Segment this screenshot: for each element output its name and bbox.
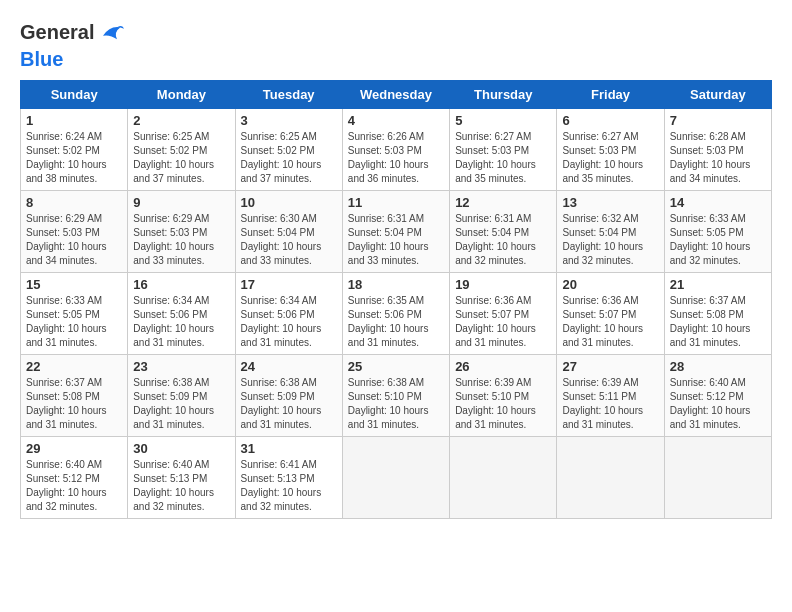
day-header-tuesday: Tuesday bbox=[235, 81, 342, 109]
day-number: 29 bbox=[26, 441, 122, 456]
calendar-cell: 28 Sunrise: 6:40 AM Sunset: 5:12 PM Dayl… bbox=[664, 355, 771, 437]
day-info: Sunrise: 6:38 AM Sunset: 5:10 PM Dayligh… bbox=[348, 376, 444, 432]
calendar-cell: 10 Sunrise: 6:30 AM Sunset: 5:04 PM Dayl… bbox=[235, 191, 342, 273]
day-number: 10 bbox=[241, 195, 337, 210]
day-header-saturday: Saturday bbox=[664, 81, 771, 109]
calendar-cell bbox=[450, 437, 557, 519]
day-number: 5 bbox=[455, 113, 551, 128]
calendar-week-row: 22 Sunrise: 6:37 AM Sunset: 5:08 PM Dayl… bbox=[21, 355, 772, 437]
day-info: Sunrise: 6:31 AM Sunset: 5:04 PM Dayligh… bbox=[455, 212, 551, 268]
day-number: 17 bbox=[241, 277, 337, 292]
day-number: 21 bbox=[670, 277, 766, 292]
day-info: Sunrise: 6:40 AM Sunset: 5:13 PM Dayligh… bbox=[133, 458, 229, 514]
day-number: 12 bbox=[455, 195, 551, 210]
logo: General Blue bbox=[20, 20, 124, 70]
calendar-cell: 31 Sunrise: 6:41 AM Sunset: 5:13 PM Dayl… bbox=[235, 437, 342, 519]
day-number: 20 bbox=[562, 277, 658, 292]
day-number: 13 bbox=[562, 195, 658, 210]
day-number: 27 bbox=[562, 359, 658, 374]
day-header-friday: Friday bbox=[557, 81, 664, 109]
day-number: 16 bbox=[133, 277, 229, 292]
day-number: 25 bbox=[348, 359, 444, 374]
day-number: 22 bbox=[26, 359, 122, 374]
calendar-cell: 11 Sunrise: 6:31 AM Sunset: 5:04 PM Dayl… bbox=[342, 191, 449, 273]
day-number: 1 bbox=[26, 113, 122, 128]
day-info: Sunrise: 6:38 AM Sunset: 5:09 PM Dayligh… bbox=[133, 376, 229, 432]
calendar-cell: 24 Sunrise: 6:38 AM Sunset: 5:09 PM Dayl… bbox=[235, 355, 342, 437]
day-info: Sunrise: 6:36 AM Sunset: 5:07 PM Dayligh… bbox=[455, 294, 551, 350]
day-header-sunday: Sunday bbox=[21, 81, 128, 109]
calendar-cell: 3 Sunrise: 6:25 AM Sunset: 5:02 PM Dayli… bbox=[235, 109, 342, 191]
logo-blue: Blue bbox=[20, 48, 124, 70]
calendar-cell: 15 Sunrise: 6:33 AM Sunset: 5:05 PM Dayl… bbox=[21, 273, 128, 355]
day-number: 8 bbox=[26, 195, 122, 210]
calendar-cell: 7 Sunrise: 6:28 AM Sunset: 5:03 PM Dayli… bbox=[664, 109, 771, 191]
calendar-cell: 29 Sunrise: 6:40 AM Sunset: 5:12 PM Dayl… bbox=[21, 437, 128, 519]
calendar-cell: 19 Sunrise: 6:36 AM Sunset: 5:07 PM Dayl… bbox=[450, 273, 557, 355]
day-number: 28 bbox=[670, 359, 766, 374]
calendar-cell: 14 Sunrise: 6:33 AM Sunset: 5:05 PM Dayl… bbox=[664, 191, 771, 273]
calendar-cell: 9 Sunrise: 6:29 AM Sunset: 5:03 PM Dayli… bbox=[128, 191, 235, 273]
calendar-cell: 1 Sunrise: 6:24 AM Sunset: 5:02 PM Dayli… bbox=[21, 109, 128, 191]
day-number: 24 bbox=[241, 359, 337, 374]
day-number: 4 bbox=[348, 113, 444, 128]
day-info: Sunrise: 6:25 AM Sunset: 5:02 PM Dayligh… bbox=[241, 130, 337, 186]
calendar-table: SundayMondayTuesdayWednesdayThursdayFrid… bbox=[20, 80, 772, 519]
calendar-cell: 2 Sunrise: 6:25 AM Sunset: 5:02 PM Dayli… bbox=[128, 109, 235, 191]
day-number: 2 bbox=[133, 113, 229, 128]
calendar-cell bbox=[557, 437, 664, 519]
day-info: Sunrise: 6:36 AM Sunset: 5:07 PM Dayligh… bbox=[562, 294, 658, 350]
calendar-cell bbox=[664, 437, 771, 519]
day-info: Sunrise: 6:33 AM Sunset: 5:05 PM Dayligh… bbox=[26, 294, 122, 350]
logo-icon bbox=[96, 20, 124, 48]
calendar-cell: 23 Sunrise: 6:38 AM Sunset: 5:09 PM Dayl… bbox=[128, 355, 235, 437]
day-info: Sunrise: 6:40 AM Sunset: 5:12 PM Dayligh… bbox=[26, 458, 122, 514]
calendar-header-row: SundayMondayTuesdayWednesdayThursdayFrid… bbox=[21, 81, 772, 109]
day-info: Sunrise: 6:28 AM Sunset: 5:03 PM Dayligh… bbox=[670, 130, 766, 186]
day-info: Sunrise: 6:24 AM Sunset: 5:02 PM Dayligh… bbox=[26, 130, 122, 186]
calendar-cell: 8 Sunrise: 6:29 AM Sunset: 5:03 PM Dayli… bbox=[21, 191, 128, 273]
day-info: Sunrise: 6:38 AM Sunset: 5:09 PM Dayligh… bbox=[241, 376, 337, 432]
page-header: General Blue bbox=[20, 20, 772, 70]
calendar-cell: 30 Sunrise: 6:40 AM Sunset: 5:13 PM Dayl… bbox=[128, 437, 235, 519]
calendar-cell: 6 Sunrise: 6:27 AM Sunset: 5:03 PM Dayli… bbox=[557, 109, 664, 191]
calendar-cell: 22 Sunrise: 6:37 AM Sunset: 5:08 PM Dayl… bbox=[21, 355, 128, 437]
day-info: Sunrise: 6:26 AM Sunset: 5:03 PM Dayligh… bbox=[348, 130, 444, 186]
calendar-cell: 17 Sunrise: 6:34 AM Sunset: 5:06 PM Dayl… bbox=[235, 273, 342, 355]
day-header-thursday: Thursday bbox=[450, 81, 557, 109]
day-info: Sunrise: 6:25 AM Sunset: 5:02 PM Dayligh… bbox=[133, 130, 229, 186]
day-info: Sunrise: 6:39 AM Sunset: 5:10 PM Dayligh… bbox=[455, 376, 551, 432]
day-info: Sunrise: 6:40 AM Sunset: 5:12 PM Dayligh… bbox=[670, 376, 766, 432]
day-info: Sunrise: 6:30 AM Sunset: 5:04 PM Dayligh… bbox=[241, 212, 337, 268]
day-number: 6 bbox=[562, 113, 658, 128]
calendar-cell: 13 Sunrise: 6:32 AM Sunset: 5:04 PM Dayl… bbox=[557, 191, 664, 273]
day-info: Sunrise: 6:29 AM Sunset: 5:03 PM Dayligh… bbox=[26, 212, 122, 268]
day-header-monday: Monday bbox=[128, 81, 235, 109]
calendar-cell: 25 Sunrise: 6:38 AM Sunset: 5:10 PM Dayl… bbox=[342, 355, 449, 437]
calendar-week-row: 1 Sunrise: 6:24 AM Sunset: 5:02 PM Dayli… bbox=[21, 109, 772, 191]
calendar-cell: 5 Sunrise: 6:27 AM Sunset: 5:03 PM Dayli… bbox=[450, 109, 557, 191]
day-info: Sunrise: 6:39 AM Sunset: 5:11 PM Dayligh… bbox=[562, 376, 658, 432]
day-number: 3 bbox=[241, 113, 337, 128]
calendar-week-row: 8 Sunrise: 6:29 AM Sunset: 5:03 PM Dayli… bbox=[21, 191, 772, 273]
calendar-cell bbox=[342, 437, 449, 519]
day-info: Sunrise: 6:27 AM Sunset: 5:03 PM Dayligh… bbox=[455, 130, 551, 186]
day-info: Sunrise: 6:33 AM Sunset: 5:05 PM Dayligh… bbox=[670, 212, 766, 268]
logo-general: General bbox=[20, 21, 94, 43]
day-number: 31 bbox=[241, 441, 337, 456]
day-info: Sunrise: 6:34 AM Sunset: 5:06 PM Dayligh… bbox=[133, 294, 229, 350]
day-info: Sunrise: 6:37 AM Sunset: 5:08 PM Dayligh… bbox=[26, 376, 122, 432]
calendar-cell: 12 Sunrise: 6:31 AM Sunset: 5:04 PM Dayl… bbox=[450, 191, 557, 273]
day-info: Sunrise: 6:32 AM Sunset: 5:04 PM Dayligh… bbox=[562, 212, 658, 268]
day-number: 15 bbox=[26, 277, 122, 292]
day-number: 23 bbox=[133, 359, 229, 374]
day-number: 14 bbox=[670, 195, 766, 210]
day-info: Sunrise: 6:29 AM Sunset: 5:03 PM Dayligh… bbox=[133, 212, 229, 268]
day-info: Sunrise: 6:35 AM Sunset: 5:06 PM Dayligh… bbox=[348, 294, 444, 350]
day-number: 19 bbox=[455, 277, 551, 292]
calendar-cell: 20 Sunrise: 6:36 AM Sunset: 5:07 PM Dayl… bbox=[557, 273, 664, 355]
calendar-week-row: 15 Sunrise: 6:33 AM Sunset: 5:05 PM Dayl… bbox=[21, 273, 772, 355]
day-info: Sunrise: 6:34 AM Sunset: 5:06 PM Dayligh… bbox=[241, 294, 337, 350]
day-number: 11 bbox=[348, 195, 444, 210]
calendar-cell: 16 Sunrise: 6:34 AM Sunset: 5:06 PM Dayl… bbox=[128, 273, 235, 355]
